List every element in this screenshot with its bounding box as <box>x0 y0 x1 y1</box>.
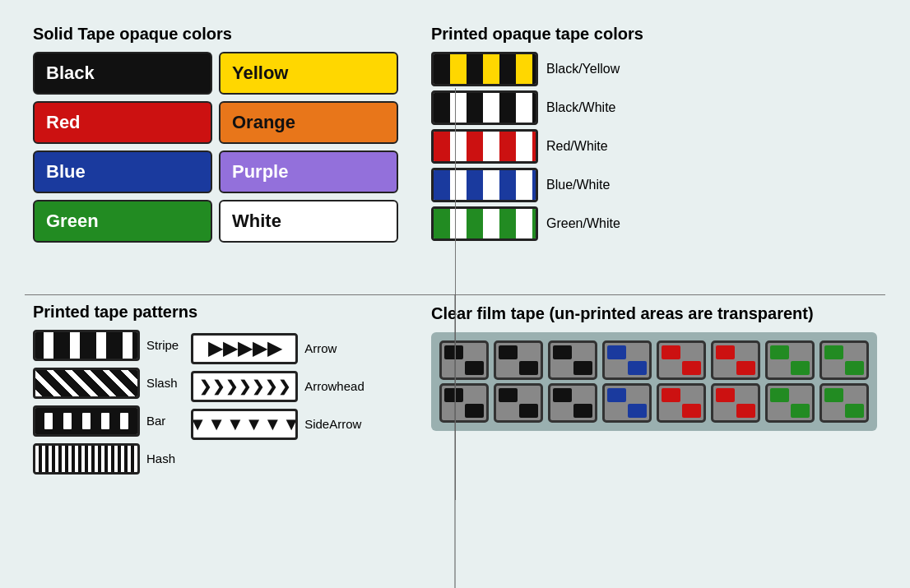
tape-visual-green-white <box>431 206 538 241</box>
cf-top-red <box>657 340 706 380</box>
pattern-sidearrow: ▼ ▼ ▼ ▼ ▼ ▼ SideArrow <box>191 409 364 440</box>
cf-bottom-black2 <box>494 383 543 423</box>
cf-bottom-green2 <box>819 383 869 423</box>
cf-top-blue <box>602 340 652 380</box>
clear-film-area <box>431 332 877 431</box>
tape-bar <box>33 405 140 437</box>
cf-tape-blue <box>602 340 652 423</box>
swatch-purple: Purple <box>219 150 398 193</box>
tape-row-black-white: Black/White <box>431 90 877 125</box>
tape-visual-black-white <box>431 90 538 125</box>
vertical-divider <box>455 88 456 500</box>
pattern-hash: Hash <box>33 443 179 475</box>
cf-bottom-red <box>657 383 706 423</box>
tape-row-blue-white: Blue/White <box>431 168 877 202</box>
cf-tape-black <box>439 340 489 423</box>
cf-bottom-red2 <box>711 383 760 423</box>
printed-patterns-section: Printed tape patterns Stripe Slash <box>25 294 415 572</box>
patterns-col-right: ▶ ▶ ▶ ▶ ▶ Arrow ❯ ❯ <box>191 333 364 475</box>
patterns-col-left: Stripe Slash <box>33 330 179 475</box>
cf-bottom-blue <box>602 383 652 423</box>
pattern-stripe: Stripe <box>33 330 179 361</box>
tape-visual-red-white <box>431 129 538 164</box>
cf-bottom-black <box>439 383 489 423</box>
solid-colors-grid: Black Yellow Red Orange Blue Purple Gree… <box>33 52 398 243</box>
tape-arrowhead: ❯ ❯ ❯ ❯ ❯ ❯ ❯ <box>191 371 298 402</box>
cf-top-black <box>439 340 489 380</box>
tape-hash <box>33 443 140 475</box>
cf-tape-red2 <box>711 340 760 423</box>
pattern-arrow: ▶ ▶ ▶ ▶ ▶ Arrow <box>191 333 364 364</box>
tape-row-black-yellow: Black/Yellow <box>431 52 877 86</box>
clear-film-title: Clear film tape (un-printed areas are tr… <box>431 303 877 324</box>
label-bar: Bar <box>146 414 165 428</box>
swatch-yellow: Yellow <box>219 52 398 95</box>
clear-film-section: Clear film tape (un-printed areas are tr… <box>415 294 885 572</box>
swatch-red: Red <box>33 101 212 144</box>
printed-patterns-title: Printed tape patterns <box>33 303 398 322</box>
tape-arrow: ▶ ▶ ▶ ▶ ▶ <box>191 333 298 364</box>
solid-tape-title: Solid Tape opaque colors <box>33 25 398 44</box>
cf-tape-green <box>765 340 815 423</box>
label-arrow: Arrow <box>304 341 337 355</box>
tape-slash <box>33 368 140 399</box>
label-sidearrow: SideArrow <box>304 417 361 431</box>
cf-bottom-green <box>765 383 815 423</box>
cf-top-black2 <box>494 340 543 380</box>
swatch-black: Black <box>33 52 212 95</box>
swatch-blue: Blue <box>33 150 212 193</box>
pattern-slash: Slash <box>33 368 179 399</box>
cf-tape-black3 <box>548 340 597 423</box>
patterns-grid: Stripe Slash <box>33 330 398 475</box>
horizontal-divider <box>25 294 885 295</box>
tape-visual-blue-white <box>431 168 538 202</box>
printed-opaque-section: Printed opaque tape colors Black/Yellow … <box>415 16 885 294</box>
cf-tape-red <box>657 340 706 423</box>
cf-top-black3 <box>548 340 597 380</box>
tape-visual-black-yellow <box>431 52 538 86</box>
tape-label-black-white: Black/White <box>546 100 615 115</box>
cf-top-red2 <box>711 340 760 380</box>
tape-label-blue-white: Blue/White <box>546 178 610 192</box>
cf-tape-black2 <box>494 340 543 423</box>
pattern-bar: Bar <box>33 405 179 437</box>
solid-tape-section: Solid Tape opaque colors Black Yellow Re… <box>25 16 415 294</box>
main-container: Solid Tape opaque colors Black Yellow Re… <box>0 0 910 588</box>
cf-tape-green2 <box>819 340 869 423</box>
cf-top-green2 <box>819 340 869 380</box>
tape-sidearrow: ▼ ▼ ▼ ▼ ▼ ▼ <box>191 409 298 440</box>
swatch-white: White <box>219 200 398 243</box>
tape-row-green-white: Green/White <box>431 206 877 241</box>
label-slash: Slash <box>146 376 178 390</box>
swatch-green: Green <box>33 200 212 243</box>
tape-label-red-white: Red/White <box>546 139 608 154</box>
cf-bottom-black3 <box>548 383 597 423</box>
tape-stripe <box>33 330 140 361</box>
pattern-arrowhead: ❯ ❯ ❯ ❯ ❯ ❯ ❯ Arrowhead <box>191 371 364 402</box>
label-hash: Hash <box>146 451 175 465</box>
swatch-orange: Orange <box>219 101 398 144</box>
tape-label-black-yellow: Black/Yellow <box>546 62 620 76</box>
label-arrowhead: Arrowhead <box>304 379 364 393</box>
label-stripe: Stripe <box>146 338 179 352</box>
tape-label-green-white: Green/White <box>546 216 620 231</box>
cf-top-green <box>765 340 815 380</box>
tape-row-red-white: Red/White <box>431 129 877 164</box>
printed-opaque-title: Printed opaque tape colors <box>431 25 877 44</box>
